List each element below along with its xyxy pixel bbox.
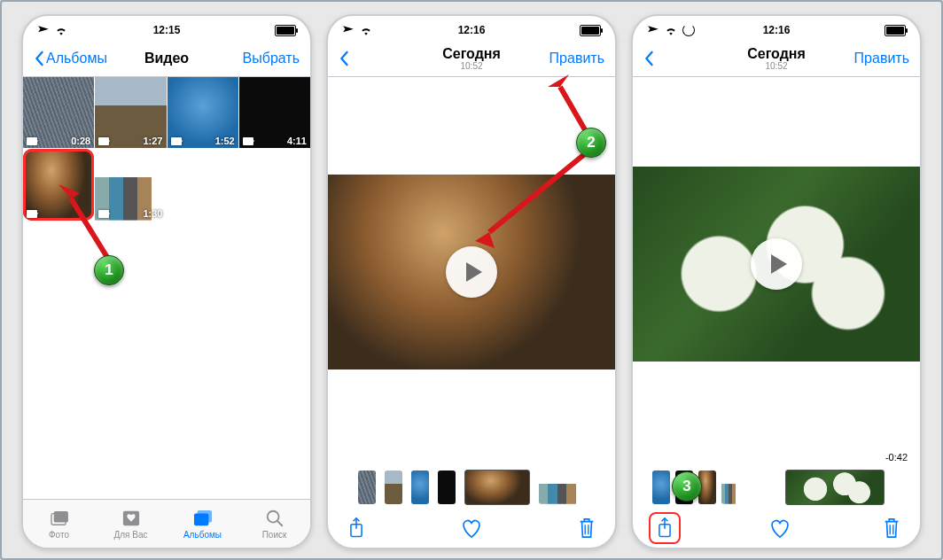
phone-3: 12:16 Сегодня 10:52 Править -0:42 (631, 14, 922, 549)
tab-label: Альбомы (183, 530, 222, 540)
video-duration: 4:11 (287, 136, 307, 146)
battery-icon (885, 25, 906, 36)
thumbnail-strip[interactable] (328, 466, 615, 509)
search-icon (265, 509, 284, 528)
share-button[interactable] (649, 512, 681, 544)
share-icon (655, 517, 674, 540)
tab-label: Для Вас (113, 530, 147, 540)
status-time: 12:16 (633, 24, 920, 36)
video-thumb[interactable]: 1:52 (168, 77, 238, 148)
svg-rect-4 (197, 509, 211, 522)
photos-icon (50, 510, 69, 526)
step-marker-3: 3 (672, 471, 702, 502)
video-duration: 1:30 (143, 208, 162, 219)
battery-icon (275, 25, 296, 36)
video-icon (243, 137, 253, 145)
play-button[interactable] (751, 238, 802, 290)
video-thumb[interactable]: 4:11 (239, 77, 310, 148)
svg-marker-16 (58, 184, 80, 198)
albums-icon (193, 509, 213, 527)
video-duration: 1:52 (215, 136, 235, 146)
tutorial-canvas: 12:15 Альбомы Видео Выбрать 0:28 1:2 (0, 0, 943, 560)
svg-line-6 (277, 520, 282, 525)
favorite-button[interactable] (768, 516, 792, 541)
strip-thumb[interactable] (721, 471, 739, 504)
strip-thumb[interactable] (652, 471, 670, 504)
tab-bar: Фото Для Вас Альбомы Поиск (23, 499, 310, 548)
strip-thumb[interactable] (539, 471, 585, 504)
status-time: 12:16 (328, 24, 615, 36)
video-icon (27, 137, 37, 145)
tab-photo[interactable]: Фото (23, 500, 95, 548)
nav-title: Сегодня 10:52 (328, 46, 615, 71)
play-icon (466, 262, 482, 282)
foryou-icon (121, 509, 141, 527)
trash-button[interactable] (879, 516, 904, 541)
phone-1: 12:15 Альбомы Видео Выбрать 0:28 1:2 (21, 14, 312, 549)
tab-search[interactable]: Поиск (238, 500, 310, 548)
battery-icon (580, 25, 601, 36)
tab-label: Поиск (262, 530, 287, 540)
status-time: 12:15 (23, 24, 310, 36)
step-marker-1: 1 (94, 255, 124, 285)
strip-thumb[interactable] (385, 471, 402, 504)
nav-bar: Сегодня 10:52 Править (633, 41, 920, 76)
bottom-toolbar (633, 509, 920, 548)
status-bar: 12:15 (23, 16, 310, 41)
strip-thumb-current[interactable] (785, 470, 885, 505)
svg-line-17 (560, 87, 587, 133)
share-button[interactable] (344, 516, 369, 541)
trash-icon (577, 517, 596, 540)
video-duration: 0:28 (71, 136, 90, 146)
bottom-toolbar (328, 509, 615, 548)
trash-button[interactable] (574, 516, 599, 541)
video-icon (171, 137, 182, 145)
strip-thumb-current[interactable] (464, 470, 530, 505)
svg-line-19 (489, 152, 587, 232)
video-duration: 1:27 (143, 136, 162, 146)
status-bar: 12:16 (328, 16, 615, 41)
strip-thumb[interactable] (438, 471, 456, 504)
strip-thumb[interactable] (411, 471, 429, 504)
favorite-button[interactable] (459, 516, 484, 541)
annotation-arrow-2b (463, 152, 596, 259)
nav-title: Видео (23, 51, 310, 66)
svg-marker-20 (475, 232, 495, 248)
annotation-arrow-1 (55, 179, 126, 268)
tab-albums[interactable]: Альбомы (167, 500, 238, 548)
nav-bar: Альбомы Видео Выбрать (23, 41, 310, 76)
video-thumb[interactable]: 0:28 (23, 77, 94, 148)
strip-thumb[interactable] (358, 471, 376, 504)
remaining-time: -0:42 (633, 450, 920, 466)
status-bar: 12:16 (633, 16, 920, 41)
video-thumb[interactable]: 1:27 (95, 77, 166, 148)
share-icon (347, 517, 366, 540)
play-icon (771, 254, 787, 274)
svg-line-15 (71, 198, 108, 259)
video-preview[interactable] (633, 77, 920, 450)
heart-icon (460, 517, 483, 539)
tab-label: Фото (49, 530, 69, 540)
video-icon (98, 137, 109, 145)
tab-foryou[interactable]: Для Вас (95, 500, 167, 548)
heart-icon (768, 517, 791, 539)
svg-rect-1 (53, 510, 67, 522)
svg-marker-18 (548, 74, 569, 87)
trash-icon (882, 517, 901, 540)
step-marker-2: 2 (576, 128, 606, 158)
nav-title: Сегодня 10:52 (633, 46, 920, 71)
video-icon (27, 210, 37, 218)
